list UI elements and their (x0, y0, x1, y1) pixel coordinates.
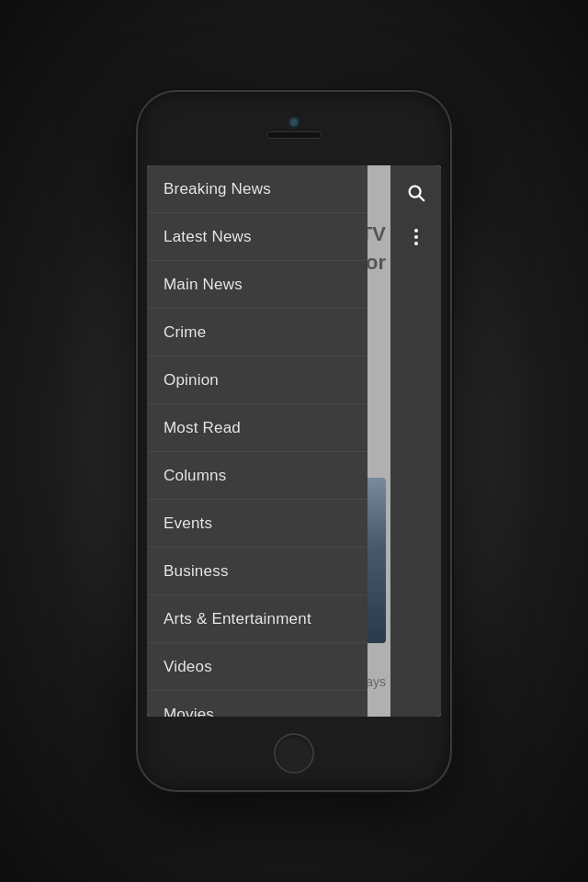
menu-item-events[interactable]: Events (147, 500, 368, 548)
more-button[interactable] (396, 217, 436, 257)
menu-item-latest-news[interactable]: Latest News (147, 213, 368, 261)
menu-item-label-columns: Columns (164, 467, 226, 485)
menu-item-most-read[interactable]: Most Read (147, 404, 368, 452)
search-icon (406, 183, 426, 203)
phone-frame: s TV ... or ays Breaking NewsLatest News… (138, 92, 450, 790)
search-button[interactable] (396, 173, 436, 213)
app-toolbar (390, 165, 441, 717)
phone-screen: s TV ... or ays Breaking NewsLatest News… (147, 165, 441, 717)
menu-item-label-events: Events (164, 514, 212, 533)
speaker-grille (266, 131, 322, 139)
menu-item-business[interactable]: Business (147, 548, 368, 595)
navigation-drawer: Breaking NewsLatest NewsMain NewsCrimeOp… (147, 165, 368, 717)
menu-item-breaking-news[interactable]: Breaking News (147, 165, 368, 213)
menu-item-label-main-news: Main News (164, 276, 243, 294)
menu-item-crime[interactable]: Crime (147, 309, 368, 356)
background-bottom-text: ays (366, 674, 386, 689)
menu-item-label-crime: Crime (164, 323, 206, 342)
menu-item-videos[interactable]: Videos (147, 643, 368, 691)
phone-bottom-bezel (138, 717, 450, 790)
svg-line-1 (419, 196, 424, 200)
menu-item-label-arts-entertainment: Arts & Entertainment (164, 610, 311, 628)
phone-top-bezel (138, 92, 450, 165)
menu-item-columns[interactable]: Columns (147, 452, 368, 500)
menu-item-label-breaking-news: Breaking News (164, 180, 271, 198)
menu-item-main-news[interactable]: Main News (147, 261, 368, 309)
menu-item-opinion[interactable]: Opinion (147, 356, 368, 404)
menu-item-label-business: Business (164, 562, 229, 581)
menu-item-label-opinion: Opinion (164, 371, 219, 390)
menu-item-movies[interactable]: Movies (147, 691, 368, 717)
home-button[interactable] (274, 733, 314, 774)
menu-item-label-movies: Movies (164, 706, 214, 718)
menu-item-label-most-read: Most Read (164, 419, 241, 437)
three-dots-icon (414, 229, 418, 245)
menu-item-label-latest-news: Latest News (164, 228, 252, 246)
menu-item-label-videos: Videos (164, 658, 212, 676)
camera-dot (290, 119, 298, 126)
menu-item-arts-entertainment[interactable]: Arts & Entertainment (147, 595, 368, 643)
